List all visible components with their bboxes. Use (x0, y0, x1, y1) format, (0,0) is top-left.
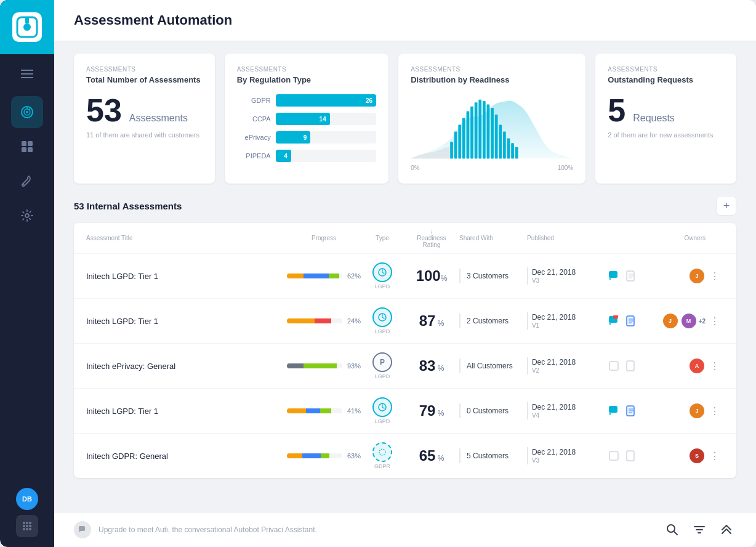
published-info-1: Dec 21, 2018 V3 (532, 268, 607, 284)
dashboard-icon (20, 139, 34, 154)
total-assessments-unit: Assessments (129, 113, 188, 124)
shared-divider-2 (459, 314, 460, 328)
table-column-headers: Assessment Title Progress Type ↓ Readine… (74, 223, 736, 254)
readiness-val-4: 79 % (404, 402, 459, 419)
expand-bottom-icon[interactable] (717, 520, 736, 540)
distribution-section-label: Assessments (411, 66, 573, 73)
col-header-readiness[interactable]: ↓ Readiness Rating (404, 228, 459, 248)
progress-bar-2 (287, 318, 342, 323)
svg-rect-62 (609, 452, 618, 460)
row-title-3: Initech ePrivacy: General (86, 362, 287, 371)
sidebar-bottom: DB (16, 488, 38, 547)
readiness-label: Readiness (417, 235, 446, 241)
svg-rect-63 (627, 451, 634, 461)
svg-rect-31 (483, 101, 486, 159)
svg-rect-25 (459, 125, 462, 159)
svg-rect-64 (79, 526, 85, 531)
total-assessments-card: Assessments Total Number of Assessments … (74, 54, 215, 184)
dist-axis-max: 100% (558, 164, 574, 171)
type-badge-3: P LGPD (361, 352, 404, 379)
col-header-progress: Progress (287, 235, 361, 241)
sidebar-nav (11, 89, 43, 488)
actions-col-3 (607, 359, 644, 373)
more-btn-5[interactable]: ⋮ (706, 450, 724, 462)
table-header: 53 Internal Assessments + (74, 196, 736, 216)
check-icon-3[interactable] (607, 359, 621, 373)
svg-rect-26 (462, 118, 465, 159)
chat-icon-1[interactable] (607, 269, 621, 283)
doc-icon-5[interactable] (624, 449, 638, 463)
type-badge-2: LGPD (361, 307, 404, 334)
more-btn-3[interactable]: ⋮ (706, 360, 724, 372)
svg-point-20 (23, 528, 25, 530)
sidebar-item-dashboard[interactable] (11, 131, 43, 163)
doc-icon-1[interactable] (624, 269, 638, 283)
doc-blue-icon-4[interactable] (624, 404, 638, 418)
bar-label: ePrivacy (237, 134, 271, 141)
total-assessments-sub: 11 of them are shared with customers (86, 131, 203, 139)
more-btn-2[interactable]: ⋮ (706, 315, 724, 327)
distribution-title: Distribution by Readiness (411, 75, 573, 84)
pub-divider-1 (527, 267, 528, 285)
outstanding-section-label: Assessments (608, 66, 724, 73)
search-bottom-icon[interactable] (662, 520, 682, 540)
row-title-5: Initech GDPR: General (86, 452, 287, 461)
settings-icon (20, 208, 34, 223)
readiness-sublabel: Rating (423, 241, 441, 248)
shared-with-3: All Customers (459, 359, 527, 373)
user-avatar[interactable]: DB (16, 488, 38, 510)
check-icon-5[interactable] (607, 449, 621, 463)
add-button[interactable]: + (717, 196, 736, 216)
stats-row: Assessments Total Number of Assessments … (54, 41, 756, 196)
svg-rect-39 (515, 147, 518, 159)
chat-icon-2[interactable] (607, 314, 621, 328)
chat-bubble-icon (74, 521, 91, 538)
dist-axis-min: 0% (411, 164, 419, 171)
readiness-val-1: 100% (404, 267, 459, 285)
more-btn-4[interactable]: ⋮ (706, 405, 724, 417)
sidebar-item-radar[interactable] (11, 96, 43, 128)
eprivacy-icon-3: P (372, 352, 392, 372)
more-btn-1[interactable]: ⋮ (706, 270, 724, 282)
progress-bar-4 (287, 408, 342, 413)
bar-value: 4 (284, 153, 288, 160)
outstanding-unit: Requests (633, 113, 675, 124)
progress-pct-2: 24% (347, 317, 361, 325)
filter-bottom-icon[interactable] (690, 520, 709, 540)
pub-version-3: V2 (532, 367, 607, 374)
apps-icon[interactable] (16, 515, 38, 537)
bar-value: 14 (320, 116, 326, 123)
svg-rect-10 (22, 147, 26, 152)
type-label-4: LGPD (375, 418, 390, 424)
readiness-sort: ↓ Readiness Rating (404, 228, 459, 248)
svg-rect-11 (28, 147, 33, 152)
shared-divider-1 (459, 269, 460, 283)
owner-avatar-3: A (688, 357, 706, 375)
published-info-4: Dec 21, 2018 V4 (532, 403, 607, 419)
type-label-3: LGPD (375, 373, 390, 379)
menu-toggle[interactable] (0, 59, 54, 89)
svg-point-12 (23, 184, 25, 185)
chat-icon-4[interactable] (607, 404, 621, 418)
svg-rect-2 (25, 17, 29, 23)
pub-date-3: Dec 21, 2018 (532, 358, 607, 367)
sidebar-item-tools[interactable] (11, 165, 43, 197)
row-title-4: Initech LGPD: Tier 1 (86, 407, 287, 416)
readiness-pct-4: % (435, 409, 444, 418)
readiness-pct-5: % (435, 454, 444, 463)
bar-track: 26 (276, 94, 376, 107)
bar-label: PIPEDA (237, 152, 271, 160)
bar-value: 26 (366, 97, 372, 104)
svg-rect-8 (22, 141, 26, 146)
svg-point-16 (29, 522, 31, 524)
doc-icon-3[interactable] (624, 359, 638, 373)
shared-with-5: 5 Customers (459, 448, 527, 463)
shared-count-5: 5 Customers (467, 452, 509, 460)
doc-icon-blue-2[interactable] (624, 314, 638, 328)
svg-point-14 (23, 522, 25, 524)
type-p-letter: P (380, 358, 385, 367)
type-label-1: LGPD (375, 283, 390, 290)
sidebar-item-settings[interactable] (11, 200, 43, 232)
owner-avatar-5: S (688, 447, 706, 464)
svg-point-61 (379, 449, 385, 455)
